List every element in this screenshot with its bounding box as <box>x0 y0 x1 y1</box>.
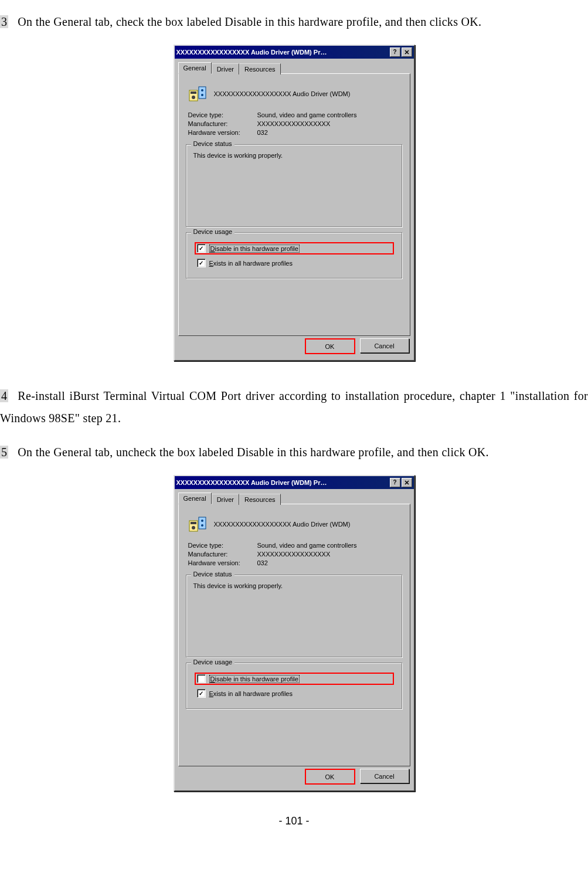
svg-point-5 <box>201 94 203 96</box>
tab-general[interactable]: General <box>178 493 212 504</box>
hwversion-label: Hardware version: <box>188 129 257 136</box>
device-usage-legend: Device usage <box>191 658 235 666</box>
tab-resources[interactable]: Resources <box>239 63 281 74</box>
help-button[interactable]: ? <box>390 478 400 487</box>
exists-checkbox[interactable]: ✓ <box>197 689 206 698</box>
tab-driver[interactable]: Driver <box>212 494 239 505</box>
page-number: - 101 - <box>0 815 588 827</box>
cancel-button[interactable]: Cancel <box>360 338 409 353</box>
device-status-text: This device is working properly. <box>193 152 395 159</box>
titlebar: XXXXXXXXXXXXXXXXX Audio Driver (WDM) Pr…… <box>175 476 414 489</box>
manufacturer-value: XXXXXXXXXXXXXXXXX <box>257 551 331 558</box>
close-icon <box>405 50 409 55</box>
step-4: 4Re-install iBurst Terminal Virtual COM … <box>0 385 588 429</box>
device-type-label: Device type: <box>188 542 257 549</box>
device-name: XXXXXXXXXXXXXXXXXX Audio Driver (WDM) <box>214 90 351 97</box>
hwversion-label: Hardware version: <box>188 559 257 566</box>
disable-checkbox-row[interactable]: Disable in this hardware profile <box>195 673 394 685</box>
properties-dialog-2: XXXXXXXXXXXXXXXXX Audio Driver (WDM) Pr…… <box>174 475 415 792</box>
tab-panel-general: XXXXXXXXXXXXXXXXXX Audio Driver (WDM) De… <box>178 73 410 336</box>
device-usage-legend: Device usage <box>191 228 235 235</box>
window-title: XXXXXXXXXXXXXXXXX Audio Driver (WDM) Pr… <box>176 49 390 56</box>
device-status-group: Device status This device is working pro… <box>186 575 403 658</box>
help-button[interactable]: ? <box>390 47 400 57</box>
hwversion-value: 032 <box>257 129 268 136</box>
tab-panel-general: XXXXXXXXXXXXXXXXXX Audio Driver (WDM) De… <box>178 504 410 766</box>
cancel-button[interactable]: Cancel <box>360 769 409 783</box>
step-5-text: On the General tab, uncheck the box labe… <box>18 446 489 459</box>
svg-rect-7 <box>191 522 196 524</box>
disable-checkbox-row[interactable]: ✓ Disable in this hardware profile <box>195 242 394 254</box>
device-status-group: Device status This device is working pro… <box>186 144 403 228</box>
device-type-label: Device type: <box>188 111 257 118</box>
svg-point-11 <box>201 524 203 527</box>
step-3-text: On the General tab, check the box labele… <box>18 15 481 28</box>
tabs: General Driver Resources <box>178 493 410 504</box>
device-status-text: This device is working properly. <box>193 582 395 589</box>
svg-point-10 <box>201 520 203 522</box>
disable-checkbox[interactable]: ✓ <box>197 244 206 253</box>
disable-checkbox[interactable] <box>197 674 206 683</box>
svg-rect-1 <box>191 91 196 94</box>
close-icon <box>405 480 409 485</box>
tabs: General Driver Resources <box>178 62 410 73</box>
exists-checkbox-label: Exists in all hardware profiles <box>209 690 293 697</box>
device-name: XXXXXXXXXXXXXXXXXX Audio Driver (WDM) <box>214 521 351 528</box>
ok-button[interactable]: OK <box>305 769 355 785</box>
svg-rect-9 <box>199 517 206 529</box>
manufacturer-label: Manufacturer: <box>188 120 257 127</box>
step-num-3: 3 <box>0 15 8 28</box>
disable-checkbox-label: Disable in this hardware profile <box>209 675 300 683</box>
step-5: 5On the General tab, uncheck the box lab… <box>0 441 588 463</box>
step-num-5: 5 <box>0 446 8 459</box>
ok-button[interactable]: OK <box>305 338 355 354</box>
hwversion-value: 032 <box>257 559 268 566</box>
properties-dialog-1: XXXXXXXXXXXXXXXXX Audio Driver (WDM) Pr…… <box>174 45 415 361</box>
device-icon <box>188 84 207 103</box>
manufacturer-label: Manufacturer: <box>188 551 257 558</box>
tab-resources[interactable]: Resources <box>239 494 281 505</box>
device-type-value: Sound, video and game controllers <box>257 111 357 118</box>
device-type-value: Sound, video and game controllers <box>257 542 357 549</box>
step-3: 3On the General tab, check the box label… <box>0 11 588 33</box>
svg-point-4 <box>201 89 203 91</box>
exists-checkbox-label: Exists in all hardware profiles <box>209 260 293 267</box>
disable-checkbox-label: Disable in this hardware profile <box>209 245 300 253</box>
device-status-legend: Device status <box>191 571 234 578</box>
svg-rect-3 <box>199 87 206 99</box>
svg-point-2 <box>192 96 195 99</box>
exists-checkbox-row[interactable]: ✓ Exists in all hardware profiles <box>195 257 394 269</box>
exists-checkbox-row[interactable]: ✓ Exists in all hardware profiles <box>195 687 394 700</box>
window-title: XXXXXXXXXXXXXXXXX Audio Driver (WDM) Pr… <box>176 479 390 486</box>
step-4-text: Re-install iBurst Terminal Virtual COM P… <box>0 389 588 425</box>
close-button[interactable] <box>402 47 412 57</box>
device-icon <box>188 515 207 534</box>
manufacturer-value: XXXXXXXXXXXXXXXXX <box>257 120 331 127</box>
titlebar: XXXXXXXXXXXXXXXXX Audio Driver (WDM) Pr…… <box>175 46 414 59</box>
device-usage-group: Device usage ✓ Disable in this hardware … <box>186 232 403 279</box>
tab-driver[interactable]: Driver <box>212 63 239 74</box>
device-usage-group: Device usage Disable in this hardware pr… <box>186 663 403 710</box>
exists-checkbox[interactable]: ✓ <box>197 259 206 267</box>
step-num-4: 4 <box>0 389 8 402</box>
device-status-legend: Device status <box>191 140 234 147</box>
tab-general[interactable]: General <box>178 62 212 74</box>
close-button[interactable] <box>402 478 412 487</box>
svg-point-8 <box>192 526 195 529</box>
